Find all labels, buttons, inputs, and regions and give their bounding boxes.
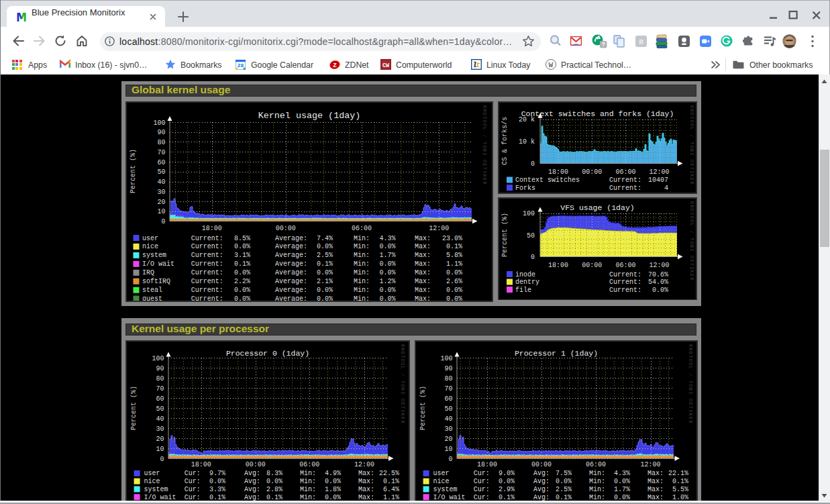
svg-text:Processor 0 (1day): Processor 0 (1day) [226, 349, 309, 358]
svg-text:20 k: 20 k [519, 116, 535, 123]
svg-text:Percent (%): Percent (%) [419, 386, 427, 430]
svg-text:Current:: Current: [191, 295, 223, 301]
svg-text:3.3%: 3.3% [209, 486, 225, 493]
svg-text:8.3%: 8.3% [266, 470, 282, 477]
svg-text:2.8%: 2.8% [266, 486, 282, 493]
svg-text:0.0%: 0.0% [317, 295, 333, 301]
svg-text:0.1%: 0.1% [383, 478, 399, 485]
svg-text:2.5%: 2.5% [556, 486, 572, 493]
svg-text:28: 28 [238, 62, 244, 68]
svg-text:50: 50 [156, 405, 164, 413]
svg-text:Cur:: Cur: [185, 486, 201, 493]
svg-text:Max:: Max: [415, 252, 431, 259]
svg-text:inode: inode [515, 271, 535, 279]
svg-text:20: 20 [156, 436, 164, 443]
svg-text:60: 60 [157, 159, 165, 166]
svg-text:Average:: Average: [275, 252, 307, 259]
svg-text:23.0%: 23.0% [442, 235, 462, 242]
svg-text:Percent (%): Percent (%) [501, 213, 509, 257]
svg-text:Max:: Max: [415, 295, 431, 301]
svg-text:70.6%: 70.6% [648, 271, 668, 279]
svg-text:Average:: Average: [275, 287, 307, 294]
svg-text:4.9%: 4.9% [325, 470, 341, 477]
svg-text:RRDTOOL / TOBI OETIKER: RRDTOOL / TOBI OETIKER [689, 105, 694, 185]
svg-text:06:00: 06:00 [615, 262, 635, 269]
svg-text:user: user [144, 470, 160, 477]
svg-text:40: 40 [156, 415, 164, 423]
svg-text:0.0%: 0.0% [446, 295, 462, 301]
svg-text:1.7%: 1.7% [614, 486, 630, 493]
svg-text:10407: 10407 [648, 177, 668, 184]
svg-text:Max:: Max: [415, 278, 431, 285]
svg-text:Min:: Min: [354, 278, 370, 285]
svg-text:2.5%: 2.5% [317, 252, 333, 259]
svg-text:0.0%: 0.0% [556, 478, 572, 485]
svg-text:Average:: Average: [275, 260, 307, 268]
svg-text:Percent (%): Percent (%) [130, 386, 138, 430]
svg-text:18:00: 18:00 [548, 168, 568, 176]
svg-text:Cur:: Cur: [474, 470, 490, 477]
svg-text:Average:: Average: [275, 235, 307, 242]
svg-text:54.0%: 54.0% [648, 279, 668, 286]
svg-text:40: 40 [157, 179, 165, 186]
svg-text:0.0%: 0.0% [234, 295, 250, 301]
svg-text:1.7%: 1.7% [379, 252, 395, 259]
svg-text:Current:: Current: [191, 243, 223, 250]
svg-text:0.1%: 0.1% [446, 243, 462, 250]
svg-text:100: 100 [523, 210, 535, 217]
svg-text:20: 20 [157, 199, 165, 206]
svg-text:1.8%: 1.8% [325, 486, 341, 493]
svg-text:0.1%: 0.1% [234, 260, 250, 268]
svg-text:0.0%: 0.0% [234, 269, 250, 276]
svg-text:Current:: Current: [609, 185, 641, 192]
svg-text:12:00: 12:00 [650, 168, 670, 176]
svg-text:Min:: Min: [354, 260, 370, 268]
svg-text:4.3%: 4.3% [379, 235, 395, 242]
svg-text:70: 70 [157, 149, 165, 156]
svg-text:Current:: Current: [191, 269, 223, 276]
svg-text:R: R [639, 38, 643, 46]
svg-text:Avg:: Avg: [533, 470, 550, 477]
svg-text:Max:: Max: [415, 235, 431, 242]
svg-text:8.5%: 8.5% [234, 235, 250, 242]
svg-text:5.5%: 5.5% [672, 486, 688, 493]
svg-text:Cur:: Cur: [474, 478, 490, 485]
svg-text:Z: Z [333, 62, 336, 69]
svg-text:12:00: 12:00 [354, 461, 374, 468]
svg-text:0: 0 [531, 160, 535, 168]
svg-text:5.8%: 5.8% [446, 252, 462, 259]
svg-text:Min:: Min: [354, 243, 370, 250]
svg-text:M: M [16, 11, 27, 22]
svg-text:70: 70 [156, 385, 164, 393]
svg-text:Percent (%): Percent (%) [129, 149, 137, 193]
svg-text:Min:: Min: [354, 287, 370, 294]
svg-text:Max:: Max: [647, 478, 664, 485]
svg-text:0.0%: 0.0% [379, 295, 395, 301]
svg-text:00:00: 00:00 [246, 461, 266, 468]
svg-text:06:00: 06:00 [299, 461, 319, 468]
svg-text:6.4%: 6.4% [383, 486, 399, 493]
svg-text:50: 50 [444, 405, 452, 413]
svg-text:Max:: Max: [415, 287, 431, 294]
svg-text:Processor 1 (1day): Processor 1 (1day) [515, 349, 598, 358]
svg-text:Max:: Max: [415, 243, 431, 250]
svg-text:2.6%: 2.6% [446, 278, 462, 285]
svg-text:Forks: Forks [515, 185, 535, 192]
svg-text:RRDTOOL / TOBI OETIKER: RRDTOOL / TOBI OETIKER [689, 201, 694, 281]
svg-text:Average:: Average: [275, 295, 307, 301]
svg-text:nice: nice [144, 478, 160, 485]
svg-text:100: 100 [153, 119, 165, 127]
svg-text:00:00: 00:00 [531, 461, 552, 468]
svg-text:12:00: 12:00 [640, 461, 660, 468]
svg-text:Max:: Max: [358, 478, 374, 485]
svg-text:Context switches and forks (1: Context switches and forks (1day) [521, 109, 674, 118]
svg-text:2.2%: 2.2% [234, 278, 250, 285]
svg-text:Average:: Average: [275, 278, 307, 285]
svg-text:Current:: Current: [191, 278, 223, 285]
svg-text:0.1%: 0.1% [672, 478, 688, 485]
svg-text:06:00: 06:00 [615, 168, 635, 176]
svg-text:VFS usage (1day): VFS usage (1day) [560, 203, 634, 212]
svg-text:100: 100 [152, 355, 164, 362]
svg-text:9.7%: 9.7% [209, 470, 225, 477]
svg-text:2.9%: 2.9% [499, 486, 515, 493]
